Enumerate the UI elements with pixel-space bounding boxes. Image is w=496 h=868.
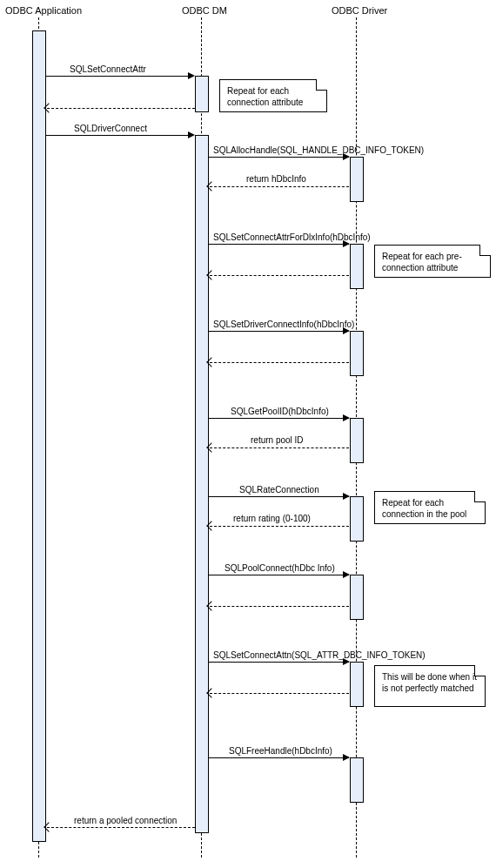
participant-odbc-dm: ODBC DM [182,5,227,16]
activation-driver-setattn [350,662,364,707]
msg-sqlsetdriverconnectinfo: SQLSetDriverConnectInfo(hDbcInfo) [213,320,354,329]
note-text-2: Repeat for each connection in the pool [382,498,466,519]
activation-driver-alloc [350,157,364,202]
note-repeat-preconnection: Repeat for each pre- connection attribut… [374,245,491,278]
arrow-getpoolid [208,418,349,419]
arrow-sqlallochandle [208,157,349,158]
note-text-3: This will be done when it is not perfect… [382,672,477,693]
activation-driver-setattr [350,244,364,289]
arrow-sqldriverconnect [45,135,193,136]
activation-driver-freehandle [350,757,364,803]
arrowhead-getpoolid [343,414,350,421]
arrowhead-setconnectattn [343,658,350,665]
arrow-return-pooled [47,827,195,828]
arrow-sqlsetconnectattr [45,76,193,77]
participant-odbc-driver: ODBC Driver [332,5,387,16]
arrow-poolconnect [208,575,349,575]
arrowhead-poolconnect [343,571,350,578]
arrow-return-rating [210,526,349,527]
arrow-freehandle [208,757,349,758]
arrowhead-sqldriverconnect [188,131,195,138]
msg-sqlrateconnection: SQLRateConnection [239,485,319,495]
msg-return-hdbcinfo: return hDbcInfo [246,174,306,184]
arrowhead-setconnectattrfordlxinfo [343,240,350,247]
arrow-return-poolid [210,447,349,448]
arrowhead-setdriverconnectinfo [343,327,350,334]
arrowhead-rateconnection [343,493,350,500]
activation-dm-setattr [195,76,209,112]
arrow-return-setdriverconnectinfo [210,362,349,363]
activation-driver-setdriverconnect [350,331,364,376]
arrow-return-setattr [47,108,195,109]
participant-odbc-application: ODBC Application [5,5,82,16]
note-repeat-connection-attr: Repeat for each connection attribute [219,79,327,112]
arrowhead-sqlsetconnectattr [188,72,195,79]
arrow-rateconnection [208,496,349,497]
note-repeat-connection-pool: Repeat for each connection in the pool [374,491,486,524]
msg-return-poolid: return pool ID [251,435,304,445]
arrow-return-setconnectattrfordlxinfo [210,275,349,276]
msg-sqlallochandle: SQLAllocHandle(SQL_HANDLE_DBC_INFO_TOKEN… [213,145,424,155]
arrowhead-freehandle [343,754,350,761]
note-text-1: Repeat for each pre- connection attribut… [382,252,462,273]
note-not-perfectly-matched: This will be done when it is not perfect… [374,665,486,707]
arrow-setdriverconnectinfo [208,331,349,332]
arrow-return-hdbcinfo [210,186,349,187]
msg-return-pooled: return a pooled connection [74,816,177,825]
arrowhead-sqlallochandle [343,153,350,160]
arrow-setconnectattn [208,662,349,663]
msg-sqlpoolconnect: SQLPoolConnect(hDbc Info) [225,563,335,573]
msg-sqlfreehandle: SQLFreeHandle(hDbcInfo) [229,746,332,756]
activation-application [32,30,46,842]
activation-driver-poolconnect [350,575,364,620]
arrow-return-poolconnect [210,606,349,607]
activation-dm-main [195,135,209,833]
msg-sqldriverconnect: SQLDriverConnect [74,124,147,133]
msg-sqlsetconnectattn: SQLSetConnectAttn(SQL_ATTR_DBC_INFO_TOKE… [213,650,426,660]
activation-driver-getpool [350,418,364,463]
msg-return-rating: return rating (0-100) [233,514,311,523]
arrow-setconnectattrfordlxinfo [208,244,349,245]
activation-driver-rate [350,496,364,542]
msg-sqlsetconnectattr: SQLSetConnectAttr [70,64,146,74]
arrow-return-setconnectattn [210,693,349,694]
note-text-0: Repeat for each connection attribute [227,86,303,107]
msg-sqlgetpoolid: SQLGetPoolID(hDbcInfo) [231,407,329,416]
